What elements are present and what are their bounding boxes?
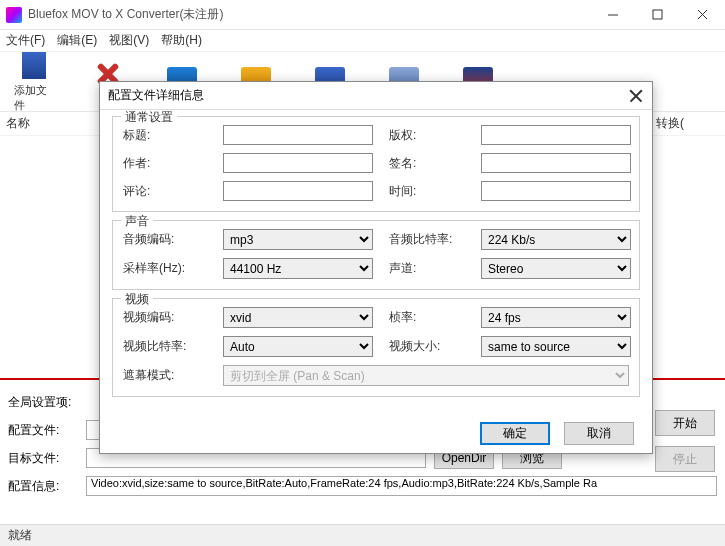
sign-input[interactable] bbox=[481, 153, 631, 173]
group-audio-legend: 声音 bbox=[121, 213, 153, 230]
time-input[interactable] bbox=[481, 181, 631, 201]
tool-add-label: 添加文件 bbox=[14, 83, 54, 113]
svg-rect-1 bbox=[653, 10, 662, 19]
status-text: 就绪 bbox=[8, 527, 32, 544]
title-label: 标题: bbox=[123, 127, 207, 144]
copyright-label: 版权: bbox=[389, 127, 465, 144]
audio-bitrate-label: 音频比特率: bbox=[389, 231, 465, 248]
audio-bitrate-select[interactable]: 224 Kb/s bbox=[481, 229, 631, 250]
titlebar: Bluefox MOV to X Converter(未注册) bbox=[0, 0, 725, 30]
group-audio: 声音 音频编码: mp3 音频比特率: 224 Kb/s 采样率(Hz): 44… bbox=[112, 220, 640, 290]
profile-detail-dialog: 配置文件详细信息 通常设置 标题: 版权: 作者: 签名: 评论: 时间: 声音 bbox=[99, 81, 653, 454]
channel-label: 声道: bbox=[389, 260, 465, 277]
video-bitrate-select[interactable]: Auto bbox=[223, 336, 373, 357]
menubar: 文件(F) 编辑(E) 视图(V) 帮助(H) bbox=[0, 30, 725, 52]
dialog-close-button[interactable] bbox=[628, 88, 644, 104]
sample-rate-select[interactable]: 44100 Hz bbox=[223, 258, 373, 279]
video-bitrate-label: 视频比特率: bbox=[123, 338, 207, 355]
close-button[interactable] bbox=[680, 0, 725, 30]
info-value: Video:xvid,size:same to source,BitRate:A… bbox=[86, 476, 717, 496]
author-input[interactable] bbox=[223, 153, 373, 173]
sample-rate-label: 采样率(Hz): bbox=[123, 260, 207, 277]
statusbar: 就绪 bbox=[0, 524, 725, 546]
menu-file[interactable]: 文件(F) bbox=[6, 32, 45, 49]
folder-add-icon bbox=[19, 51, 49, 81]
minimize-button[interactable] bbox=[590, 0, 635, 30]
time-label: 时间: bbox=[389, 183, 465, 200]
target-label: 目标文件: bbox=[8, 450, 78, 467]
group-video: 视频 视频编码: xvid 桢率: 24 fps 视频比特率: Auto 视频大… bbox=[112, 298, 640, 397]
dialog-title: 配置文件详细信息 bbox=[108, 87, 204, 104]
column-convert[interactable]: 转换( bbox=[656, 115, 684, 132]
mask-mode-label: 遮幕模式: bbox=[123, 367, 207, 384]
group-general: 通常设置 标题: 版权: 作者: 签名: 评论: 时间: bbox=[112, 116, 640, 212]
start-button[interactable]: 开始 bbox=[655, 410, 715, 436]
fps-select[interactable]: 24 fps bbox=[481, 307, 631, 328]
menu-edit[interactable]: 编辑(E) bbox=[57, 32, 97, 49]
window-title: Bluefox MOV to X Converter(未注册) bbox=[28, 6, 223, 23]
video-codec-select[interactable]: xvid bbox=[223, 307, 373, 328]
video-size-select[interactable]: same to source bbox=[481, 336, 631, 357]
comment-input[interactable] bbox=[223, 181, 373, 201]
audio-codec-label: 音频编码: bbox=[123, 231, 207, 248]
ok-button[interactable]: 确定 bbox=[480, 422, 550, 445]
global-settings-label: 全局设置项: bbox=[8, 394, 71, 411]
comment-label: 评论: bbox=[123, 183, 207, 200]
sign-label: 签名: bbox=[389, 155, 465, 172]
video-size-label: 视频大小: bbox=[389, 338, 465, 355]
app-icon bbox=[6, 7, 22, 23]
video-codec-label: 视频编码: bbox=[123, 309, 207, 326]
menu-view[interactable]: 视图(V) bbox=[109, 32, 149, 49]
channel-select[interactable]: Stereo bbox=[481, 258, 631, 279]
group-general-legend: 通常设置 bbox=[121, 110, 177, 126]
info-label: 配置信息: bbox=[8, 478, 78, 495]
fps-label: 桢率: bbox=[389, 309, 465, 326]
profile-label: 配置文件: bbox=[8, 422, 78, 439]
menu-help[interactable]: 帮助(H) bbox=[161, 32, 202, 49]
stop-button[interactable]: 停止 bbox=[655, 446, 715, 472]
audio-codec-select[interactable]: mp3 bbox=[223, 229, 373, 250]
copyright-input[interactable] bbox=[481, 125, 631, 145]
mask-mode-select: 剪切到全屏 (Pan & Scan) bbox=[223, 365, 629, 386]
tool-add-file[interactable]: 添加文件 bbox=[14, 51, 54, 113]
cancel-button[interactable]: 取消 bbox=[564, 422, 634, 445]
author-label: 作者: bbox=[123, 155, 207, 172]
title-input[interactable] bbox=[223, 125, 373, 145]
maximize-button[interactable] bbox=[635, 0, 680, 30]
group-video-legend: 视频 bbox=[121, 291, 153, 308]
